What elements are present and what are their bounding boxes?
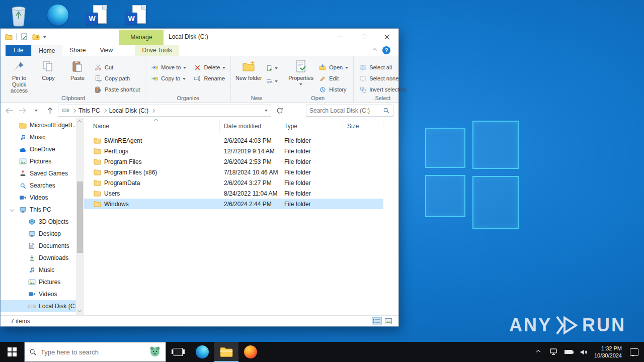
sidebar-item-local-disk-c[interactable]: Local Disk (C:) [1, 300, 76, 312]
file-row-perflogs[interactable]: PerfLogs 12/7/2019 9:14 AM File folder [84, 146, 383, 156]
sidebar-item-onedrive[interactable]: OneDrive [1, 143, 76, 155]
copy-button[interactable]: Copy [34, 58, 63, 81]
delete-button[interactable]: Delete [191, 62, 227, 73]
start-button[interactable] [0, 342, 24, 362]
pin-to-quick-access-button[interactable]: Pin to Quick access [5, 58, 34, 94]
search-icon[interactable] [382, 107, 390, 115]
qat-properties-icon[interactable] [20, 33, 28, 41]
file-row-winreagent[interactable]: $WinREAgent 2/6/2024 4:03 PM File folder [84, 135, 383, 146]
column-header-name[interactable]: Name [84, 120, 220, 132]
scroll-down-icon[interactable] [77, 308, 82, 312]
explorer-search-input[interactable] [309, 107, 380, 114]
sidebar-item-saved-games[interactable]: Saved Games [1, 167, 76, 179]
sidebar-item-pictures[interactable]: Pictures [1, 155, 76, 167]
recent-locations-caret-icon[interactable] [31, 108, 42, 113]
ethernet-icon[interactable] [549, 348, 558, 355]
sidebar-item-documents[interactable]: Documents [1, 240, 76, 252]
taskbar-search-box[interactable] [24, 342, 166, 362]
sidebar-item-3d-objects[interactable]: 3D Objects [1, 216, 76, 228]
sidebar-item-pictures[interactable]: Pictures [1, 276, 76, 288]
history-button[interactable]: History [316, 84, 350, 95]
sidebar-item-microsoftedge-folder[interactable]: MicrosoftEdgeB... [1, 119, 76, 131]
minimize-button[interactable] [329, 29, 352, 45]
edge-browser-icon[interactable] [45, 2, 70, 28]
file-row-program-files[interactable]: Program Files 2/6/2024 2:53 PM File fold… [84, 156, 383, 167]
refresh-icon[interactable] [274, 105, 286, 117]
new-item-button[interactable] [264, 63, 279, 73]
column-header-type[interactable]: Type [280, 120, 343, 132]
collapse-ribbon-icon[interactable] [373, 48, 377, 52]
address-breadcrumb[interactable]: This PC Local Disk (C:) [58, 105, 271, 117]
edit-button[interactable]: Edit [316, 73, 350, 84]
word-document-icon[interactable]: W [124, 2, 149, 28]
breadcrumb-current[interactable]: Local Disk (C:) [109, 107, 149, 114]
search-highlight-icon[interactable] [148, 345, 162, 359]
properties-button[interactable]: Properties [285, 58, 316, 87]
contextual-tab-manage[interactable]: Manage [119, 30, 164, 45]
rename-button[interactable]: Rename [191, 73, 227, 84]
sidebar-item-downloads[interactable]: Downloads [1, 252, 76, 264]
easy-access-button[interactable] [264, 76, 279, 86]
invert-selection-button[interactable]: Invert selection [357, 84, 409, 95]
battery-icon[interactable] [564, 350, 573, 354]
sidebar-scrollbar[interactable] [76, 118, 84, 315]
sidebar-item-this-pc[interactable]: This PC [1, 204, 76, 216]
taskbar-clock[interactable]: 1:32 PM 10/30/2024 [594, 345, 622, 359]
cut-button[interactable]: Cut [92, 62, 142, 73]
column-header-size[interactable]: Size [343, 120, 383, 132]
new-folder-button[interactable]: New folder [234, 58, 263, 81]
open-button[interactable]: Open [316, 62, 350, 73]
sidebar-item-videos[interactable]: Videos [1, 288, 76, 300]
sidebar-item-music[interactable]: Music [1, 131, 76, 143]
move-to-button[interactable]: Move to [148, 62, 188, 73]
maximize-button[interactable] [352, 29, 375, 45]
close-button[interactable] [375, 29, 398, 45]
large-icons-view-icon[interactable] [383, 317, 393, 325]
select-none-button[interactable]: Select none [357, 73, 409, 84]
details-view-icon[interactable] [372, 317, 382, 325]
select-all-button[interactable]: Select all [357, 62, 409, 73]
taskbar-explorer-button[interactable] [214, 342, 238, 362]
file-row-users[interactable]: Users 8/24/2022 11:04 AM File folder [84, 188, 383, 199]
paste-shortcut-button[interactable]: Paste shortcut [92, 84, 142, 95]
column-header-date-modified[interactable]: Date modified [220, 120, 280, 132]
taskbar-edge-button[interactable] [190, 342, 214, 362]
sidebar-item-videos[interactable]: Videos [1, 192, 76, 204]
file-row-program-files-x86[interactable]: Program Files (x86) 7/18/2024 10:46 AM F… [84, 167, 383, 177]
file-type: File folder [280, 179, 343, 187]
tab-share[interactable]: Share [62, 45, 93, 56]
copy-path-button[interactable]: Copy path [92, 73, 142, 84]
tab-home[interactable]: Home [31, 45, 62, 56]
qat-customize-caret-icon[interactable] [43, 36, 46, 40]
up-icon[interactable] [44, 107, 55, 114]
scroll-up-icon[interactable] [77, 120, 82, 124]
qat-new-folder-icon[interactable] [32, 33, 40, 41]
tab-drive-tools[interactable]: Drive Tools [135, 45, 179, 56]
speaker-icon[interactable] [579, 349, 588, 355]
paste-button[interactable]: Paste [63, 58, 92, 81]
breadcrumb-this-pc[interactable]: This PC [78, 107, 100, 114]
back-icon[interactable] [4, 108, 15, 114]
file-row-windows[interactable]: Windows 2/6/2024 2:44 PM File folder [84, 199, 383, 209]
action-center-icon[interactable] [628, 348, 640, 356]
tab-view[interactable]: View [93, 45, 120, 56]
recycle-bin-icon[interactable] [6, 2, 31, 28]
help-icon[interactable]: ? [382, 46, 390, 54]
hidden-icons-chevron-icon[interactable] [534, 350, 543, 353]
word-document-icon[interactable]: W [85, 2, 110, 28]
sidebar-item-music[interactable]: Music [1, 264, 76, 276]
taskbar-search-input[interactable] [41, 348, 144, 356]
file-row-programdata[interactable]: ProgramData 2/6/2024 3:27 PM File folder [84, 177, 383, 188]
tab-file[interactable]: File [6, 45, 31, 56]
sidebar-item-label: OneDrive [30, 146, 55, 153]
scrollbar-thumb[interactable] [77, 182, 83, 253]
copy-to-button[interactable]: Copy to [148, 73, 188, 84]
taskbar-firefox-button[interactable] [238, 342, 263, 362]
sidebar-item-desktop[interactable]: Desktop [1, 228, 76, 240]
sidebar-item-searches[interactable]: Searches [1, 179, 76, 192]
expander-icon[interactable] [10, 208, 14, 212]
explorer-search-box[interactable] [306, 105, 393, 117]
task-view-button[interactable] [166, 342, 190, 362]
address-history-caret-icon[interactable] [265, 110, 268, 113]
forward-icon[interactable] [17, 108, 28, 114]
